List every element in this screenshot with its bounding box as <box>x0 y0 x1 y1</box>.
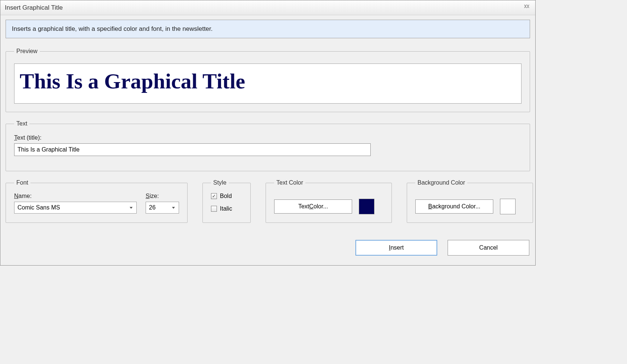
background-color-button[interactable]: Background Color... <box>415 199 493 214</box>
font-size-combo[interactable]: 26 <box>146 202 179 214</box>
preview-text: This Is a Graphical Title <box>20 71 516 92</box>
font-group: Font Name: Comic Sans MS Size: <box>6 179 188 223</box>
font-name-label: Name: <box>14 193 137 199</box>
text-title-label: Text (title): <box>14 134 522 141</box>
style-group: Style ✓ Bold Italic <box>202 179 251 223</box>
italic-checkbox[interactable] <box>211 206 217 212</box>
font-name-combo[interactable]: Comic Sans MS <box>14 202 137 214</box>
italic-label: Italic <box>220 205 232 212</box>
text-legend: Text <box>14 120 29 127</box>
font-size-value: 26 <box>149 204 156 211</box>
options-row: Font Name: Comic Sans MS Size: <box>6 179 530 231</box>
dialog-window: Insert Graphical Title Inserts a graphic… <box>0 0 536 266</box>
text-color-group: Text Color Text Color... <box>266 179 392 223</box>
dialog-content: Inserts a graphical title, with a specif… <box>0 15 535 265</box>
text-title-input[interactable] <box>14 143 371 156</box>
cancel-button[interactable]: Cancel <box>448 240 529 256</box>
bold-checkbox-row[interactable]: ✓ Bold <box>211 193 242 199</box>
bold-checkbox[interactable]: ✓ <box>211 193 217 199</box>
insert-button[interactable]: Insert <box>355 240 437 256</box>
style-legend: Style <box>211 179 229 186</box>
dialog-footer: Insert Cancel <box>6 231 530 260</box>
text-group: Text Text (title): <box>6 120 530 171</box>
close-icon <box>523 4 530 9</box>
italic-checkbox-row[interactable]: Italic <box>211 205 242 212</box>
preview-group: Preview This Is a Graphical Title <box>6 48 530 112</box>
info-text: Inserts a graphical title, with a specif… <box>12 25 213 32</box>
bold-label: Bold <box>220 193 232 199</box>
close-button[interactable] <box>520 3 533 10</box>
preview-legend: Preview <box>14 48 40 55</box>
font-legend: Font <box>14 179 30 186</box>
background-color-legend: Background Color <box>415 179 467 186</box>
text-color-button[interactable]: Text Color... <box>274 199 352 214</box>
text-color-swatch <box>359 199 374 214</box>
info-banner: Inserts a graphical title, with a specif… <box>6 20 530 38</box>
preview-box: This Is a Graphical Title <box>14 64 522 104</box>
window-title: Insert Graphical Title <box>5 4 63 12</box>
titlebar: Insert Graphical Title <box>0 0 535 15</box>
font-name-value: Comic Sans MS <box>17 204 60 211</box>
background-color-swatch <box>500 199 516 214</box>
font-size-label: Size: <box>146 193 179 199</box>
text-color-legend: Text Color <box>274 179 305 186</box>
background-color-group: Background Color Background Color... <box>407 179 533 223</box>
